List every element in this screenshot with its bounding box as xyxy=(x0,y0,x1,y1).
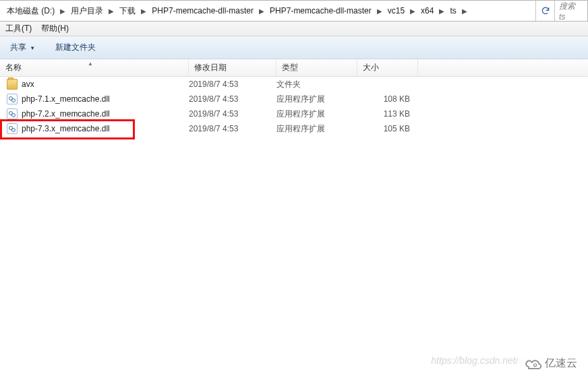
address-bar: 本地磁盘 (D:) ▶ 用户目录 ▶ 下载 ▶ PHP7-memcache-dl… xyxy=(0,0,588,22)
chevron-right-icon[interactable]: ▶ xyxy=(106,7,117,15)
chevron-right-icon[interactable]: ▶ xyxy=(436,7,447,15)
toolbar: 共享 ▼ 新建文件夹 xyxy=(0,36,588,59)
file-name: avx xyxy=(22,80,34,89)
chevron-right-icon[interactable]: ▶ xyxy=(57,7,68,15)
breadcrumb-item[interactable]: x64 xyxy=(418,1,436,21)
column-headers: ▲ 名称 修改日期 类型 大小 xyxy=(0,59,588,77)
file-type: 文件夹 xyxy=(276,79,357,90)
column-size[interactable]: 大小 xyxy=(357,59,418,76)
chevron-right-icon[interactable]: ▶ xyxy=(459,7,470,15)
file-size: 105 KB xyxy=(357,124,418,133)
file-type: 应用程序扩展 xyxy=(276,123,357,135)
list-item[interactable]: php-7.2.x_memcache.dll 2019/8/7 4:53 应用程… xyxy=(0,106,588,121)
chevron-right-icon[interactable]: ▶ xyxy=(407,7,418,15)
menu-help[interactable]: 帮助(H) xyxy=(41,23,69,34)
file-name: php-7.3.x_memcache.dll xyxy=(22,124,110,133)
list-item[interactable]: php-7.1.x_memcache.dll 2019/8/7 4:53 应用程… xyxy=(0,92,588,106)
breadcrumb-item[interactable]: ts xyxy=(447,1,459,21)
share-label: 共享 xyxy=(10,42,26,52)
column-name[interactable]: 名称 xyxy=(0,59,189,76)
breadcrumb-item[interactable]: PHP7-memcache-dll-master xyxy=(149,1,256,21)
file-list: avx 2019/8/7 4:53 文件夹 php-7.1.x_memcache… xyxy=(0,77,588,136)
brand-text: 亿速云 xyxy=(545,356,577,371)
dll-icon xyxy=(7,108,18,119)
column-type[interactable]: 类型 xyxy=(276,59,357,76)
breadcrumbs: 本地磁盘 (D:) ▶ 用户目录 ▶ 下载 ▶ PHP7-memcache-dl… xyxy=(0,1,536,21)
list-item[interactable]: avx 2019/8/7 4:53 文件夹 xyxy=(0,77,588,92)
file-date: 2019/8/7 4:53 xyxy=(189,124,276,133)
file-size: 113 KB xyxy=(357,109,418,119)
file-date: 2019/8/7 4:53 xyxy=(189,80,276,89)
svg-point-0 xyxy=(533,363,536,366)
chevron-down-icon: ▼ xyxy=(30,45,35,51)
file-size: 108 KB xyxy=(357,94,418,104)
folder-icon xyxy=(7,79,18,90)
cloud-icon xyxy=(523,357,542,371)
file-date: 2019/8/7 4:53 xyxy=(189,109,276,119)
menu-bar: 工具(T) 帮助(H) xyxy=(0,22,588,36)
chevron-right-icon[interactable]: ▶ xyxy=(374,7,385,15)
list-item[interactable]: php-7.3.x_memcache.dll 2019/8/7 4:53 应用程… xyxy=(0,121,588,136)
sort-indicator-icon: ▲ xyxy=(88,61,93,67)
breadcrumb-item[interactable]: PHP7-memcache-dll-master xyxy=(267,1,374,21)
breadcrumb-item[interactable]: 本地磁盘 (D:) xyxy=(4,1,57,21)
refresh-button[interactable] xyxy=(536,1,555,21)
breadcrumb-item[interactable]: 下载 xyxy=(117,1,138,21)
brand-badge: 亿速云 xyxy=(518,354,583,373)
refresh-icon xyxy=(541,6,550,15)
menu-tools[interactable]: 工具(T) xyxy=(5,23,32,34)
chevron-right-icon[interactable]: ▶ xyxy=(138,7,149,15)
chevron-right-icon[interactable]: ▶ xyxy=(256,7,267,15)
new-folder-button[interactable]: 新建文件夹 xyxy=(51,40,100,55)
share-button[interactable]: 共享 ▼ xyxy=(5,40,40,55)
breadcrumb-item[interactable]: 用户目录 xyxy=(68,1,106,21)
dll-icon xyxy=(7,123,18,134)
file-name: php-7.2.x_memcache.dll xyxy=(22,109,110,119)
breadcrumb-item[interactable]: vc15 xyxy=(385,1,407,21)
file-name: php-7.1.x_memcache.dll xyxy=(22,94,110,104)
file-type: 应用程序扩展 xyxy=(276,108,357,120)
file-date: 2019/8/7 4:53 xyxy=(189,94,276,104)
file-type: 应用程序扩展 xyxy=(276,94,357,105)
dll-icon xyxy=(7,94,18,104)
search-input[interactable]: 搜索 ts xyxy=(555,1,587,21)
column-date[interactable]: 修改日期 xyxy=(189,59,276,76)
